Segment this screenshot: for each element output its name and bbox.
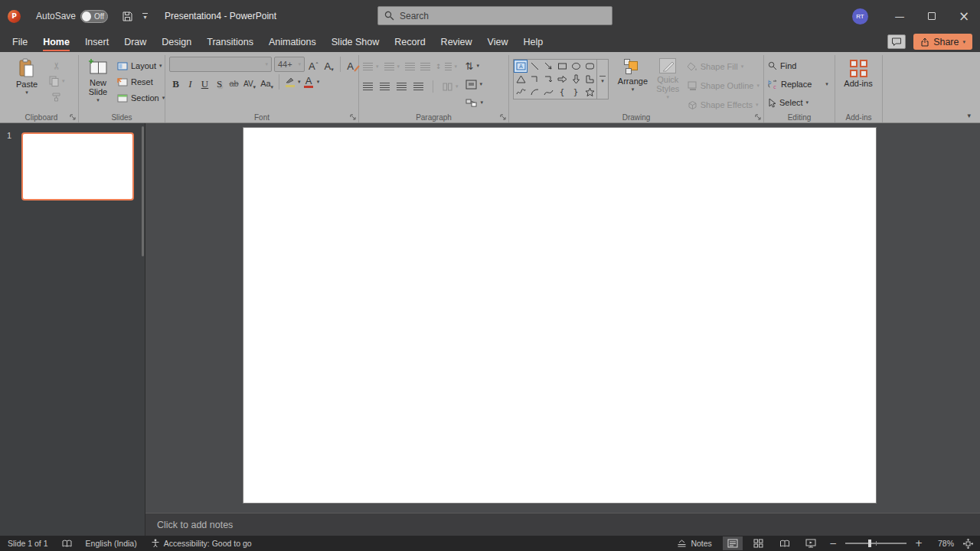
- paragraph-dialog-launcher-icon[interactable]: [500, 114, 506, 120]
- zoom-in-button[interactable]: +: [913, 538, 925, 549]
- font-size-combo[interactable]: 44+ ▾: [274, 57, 305, 72]
- shape-right-brace-icon[interactable]: }: [569, 86, 583, 99]
- bullets-button[interactable]: ▾: [363, 59, 379, 74]
- tab-draw[interactable]: Draw: [116, 33, 154, 52]
- font-name-combo[interactable]: ▾: [169, 57, 272, 72]
- notes-toggle-button[interactable]: Notes: [677, 539, 711, 548]
- shape-gallery-more-button[interactable]: ▾: [597, 59, 609, 99]
- tab-review[interactable]: Review: [433, 33, 480, 52]
- tab-help[interactable]: Help: [515, 33, 550, 52]
- reading-view-button[interactable]: [775, 536, 795, 550]
- shape-scribble-icon[interactable]: [514, 86, 528, 99]
- tab-design[interactable]: Design: [154, 33, 199, 52]
- avatar[interactable]: RT: [852, 8, 868, 24]
- tab-slide-show[interactable]: Slide Show: [324, 33, 387, 52]
- spell-check-button[interactable]: [62, 540, 72, 548]
- text-shadow-button[interactable]: S: [213, 75, 226, 90]
- justify-button[interactable]: [413, 79, 423, 94]
- shape-star-icon[interactable]: [583, 86, 596, 99]
- slide-thumbnail-panel[interactable]: 1: [0, 123, 145, 536]
- accessibility-checker[interactable]: Accessibility: Good to go: [151, 539, 252, 548]
- shrink-font-button[interactable]: A▾: [322, 57, 335, 72]
- shape-down-arrow-icon[interactable]: [569, 73, 583, 86]
- close-button[interactable]: ×: [948, 0, 980, 32]
- align-right-button[interactable]: [397, 79, 407, 94]
- tab-home[interactable]: Home: [35, 33, 77, 52]
- shape-outline-button[interactable]: Shape Outline▾: [688, 78, 760, 93]
- drawing-dialog-launcher-icon[interactable]: [755, 114, 761, 120]
- maximize-button[interactable]: [916, 0, 948, 32]
- reset-button[interactable]: Reset: [117, 74, 165, 90]
- numbering-button[interactable]: ▾: [384, 59, 400, 74]
- grow-font-button[interactable]: Aˆ: [307, 57, 320, 72]
- align-text-button[interactable]: ▾: [466, 77, 484, 92]
- columns-button[interactable]: ▾: [443, 79, 459, 94]
- new-slide-button[interactable]: New Slide ▾: [83, 57, 113, 103]
- shape-fill-button[interactable]: Shape Fill▾: [688, 59, 760, 74]
- shape-arc-icon[interactable]: [528, 86, 541, 99]
- align-center-button[interactable]: [380, 79, 390, 94]
- cut-button[interactable]: ✂: [50, 58, 64, 73]
- tab-file[interactable]: File: [5, 33, 35, 52]
- clipboard-dialog-launcher-icon[interactable]: [70, 114, 76, 120]
- shape-curve-icon[interactable]: [541, 86, 555, 99]
- change-case-button[interactable]: Aa▾: [259, 75, 275, 90]
- strikethrough-button[interactable]: ab: [227, 75, 240, 90]
- zoom-slider-handle[interactable]: [868, 540, 871, 547]
- find-button[interactable]: Find: [768, 58, 828, 73]
- shape-rectangle-icon[interactable]: [555, 60, 569, 73]
- tab-insert[interactable]: Insert: [77, 33, 116, 52]
- tab-view[interactable]: View: [480, 33, 516, 52]
- tab-transitions[interactable]: Transitions: [199, 33, 261, 52]
- slideshow-button[interactable]: [801, 536, 821, 550]
- normal-view-button[interactable]: [723, 536, 743, 550]
- bold-button[interactable]: B: [169, 75, 182, 90]
- zoom-level[interactable]: 78%: [931, 539, 954, 548]
- share-button[interactable]: Share ▾: [913, 34, 972, 50]
- convert-to-smartart-button[interactable]: ▾: [466, 95, 484, 110]
- highlight-color-button[interactable]: [283, 75, 296, 90]
- slide-editing-surface[interactable]: [243, 127, 877, 504]
- powerpoint-logo[interactable]: P: [8, 10, 21, 23]
- font-color-button[interactable]: A: [302, 75, 315, 90]
- section-button[interactable]: Section ▾: [117, 90, 165, 106]
- paste-button[interactable]: Paste ▾: [8, 57, 45, 95]
- italic-button[interactable]: I: [184, 75, 197, 90]
- collapse-ribbon-icon[interactable]: ▾: [967, 112, 971, 119]
- notes-pane[interactable]: Click to add notes: [145, 513, 980, 536]
- zoom-out-button[interactable]: −: [827, 538, 839, 549]
- save-icon[interactable]: [122, 11, 133, 22]
- font-dialog-launcher-icon[interactable]: [350, 114, 356, 120]
- comments-button[interactable]: [887, 34, 906, 49]
- shape-text-box-icon[interactable]: A: [514, 60, 528, 73]
- slide-indicator[interactable]: Slide 1 of 1: [8, 539, 48, 548]
- fit-slide-button[interactable]: [960, 536, 975, 550]
- shape-arrow-icon[interactable]: [541, 60, 555, 73]
- shape-left-brace-icon[interactable]: {: [555, 86, 569, 99]
- align-left-button[interactable]: [363, 79, 373, 94]
- thumbnail-scrollbar[interactable]: [142, 126, 144, 256]
- underline-button[interactable]: U: [198, 75, 211, 90]
- line-spacing-button[interactable]: ↕▾: [436, 59, 457, 74]
- layout-button[interactable]: Layout ▾: [117, 58, 165, 73]
- copy-button[interactable]: ▾: [49, 73, 65, 89]
- shape-l-shape-icon[interactable]: [583, 73, 596, 86]
- shape-elbow-connector-icon[interactable]: [528, 73, 541, 86]
- shape-line-icon[interactable]: [528, 60, 541, 73]
- zoom-slider[interactable]: [845, 543, 906, 544]
- select-button[interactable]: Select ▾: [768, 95, 828, 110]
- autosave-toggle[interactable]: Off: [80, 10, 108, 23]
- language-button[interactable]: English (India): [86, 539, 137, 548]
- replace-button[interactable]: bc Replace ▾: [768, 77, 828, 92]
- search-input[interactable]: [400, 11, 606, 21]
- slide-thumbnail[interactable]: [21, 132, 134, 201]
- format-painter-button[interactable]: [49, 90, 64, 103]
- shape-rounded-rectangle-icon[interactable]: [583, 60, 596, 73]
- shape-oval-icon[interactable]: [569, 60, 583, 73]
- arrange-button[interactable]: Arrange ▾: [617, 57, 648, 92]
- shape-right-arrow-icon[interactable]: [555, 73, 569, 86]
- shape-elbow-arrow-connector-icon[interactable]: [541, 73, 555, 86]
- tab-animations[interactable]: Animations: [261, 33, 324, 52]
- customize-qat-icon[interactable]: ▾: [142, 13, 148, 19]
- decrease-indent-button[interactable]: [405, 59, 415, 74]
